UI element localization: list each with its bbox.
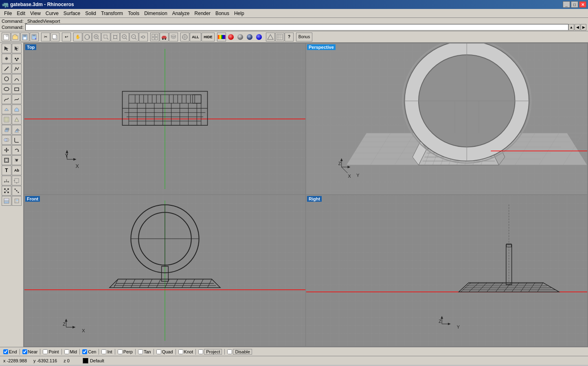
tb-snap[interactable]	[180, 33, 189, 41]
tb-open[interactable]	[11, 33, 20, 41]
snap-perp[interactable]: Perp	[116, 349, 134, 354]
viewport-front[interactable]: Front	[24, 195, 305, 346]
sb-point2[interactable]	[12, 54, 22, 63]
sb-ellipse[interactable]	[2, 84, 11, 94]
tb-mesh[interactable]	[275, 33, 284, 41]
snap-quad-check[interactable]	[156, 349, 161, 354]
menu-tools[interactable]: Tools	[125, 10, 142, 17]
menu-curve[interactable]: Curve	[43, 10, 61, 17]
snap-int[interactable]: Int	[100, 349, 114, 354]
menu-surface[interactable]: Surface	[61, 10, 83, 17]
snap-perp-check[interactable]	[118, 349, 123, 354]
viewport-perspective[interactable]: Perspective	[306, 44, 587, 194]
tb-car[interactable]	[160, 33, 169, 41]
sb-mesh2[interactable]	[12, 115, 22, 124]
snap-int-check[interactable]	[101, 349, 106, 354]
menu-analyze[interactable]: Analyze	[170, 10, 192, 17]
tb-zoom-window[interactable]	[101, 33, 110, 41]
menu-help[interactable]: Help	[232, 10, 247, 17]
sb-fillet[interactable]	[12, 135, 22, 145]
tb-undo[interactable]: ↩	[62, 33, 71, 41]
minimize-button[interactable]: _	[563, 1, 570, 8]
cmd-scroll-right[interactable]: ▶	[581, 24, 586, 30]
snap-end-check[interactable]	[3, 349, 8, 354]
cmd-scroll-left[interactable]: ◀	[575, 24, 580, 30]
viewport-right[interactable]: Right	[306, 195, 587, 346]
tb-help[interactable]: ?	[285, 33, 294, 41]
tb-all[interactable]: ALL	[190, 33, 201, 41]
snap-mid[interactable]: Mid	[63, 349, 79, 354]
snap-cen[interactable]: Cen	[81, 349, 98, 354]
sb-select-window[interactable]	[12, 44, 22, 53]
sb-mirror[interactable]	[12, 155, 22, 165]
sb-move[interactable]	[2, 145, 11, 155]
menu-solid[interactable]: Solid	[83, 10, 99, 17]
tb-bonus[interactable]: Bonus	[296, 33, 312, 41]
tb-undo-view[interactable]	[139, 33, 148, 41]
tb-copy[interactable]	[50, 33, 59, 41]
snap-project-check[interactable]	[198, 349, 203, 354]
snap-project[interactable]: Project	[197, 349, 224, 355]
tb-layers[interactable]	[169, 33, 178, 41]
command-input[interactable]	[25, 24, 568, 30]
snap-point-check[interactable]	[43, 349, 48, 354]
sb-circle[interactable]	[2, 74, 11, 84]
sb-polyline[interactable]	[12, 64, 22, 74]
tb-saveas[interactable]: +	[30, 33, 39, 41]
close-button[interactable]: ✕	[579, 1, 586, 8]
snap-tan-check[interactable]	[138, 349, 143, 354]
snap-knot[interactable]: Knot	[177, 349, 195, 354]
viewport-top[interactable]: Top	[24, 44, 305, 194]
sb-array2[interactable]	[12, 186, 22, 196]
menu-view[interactable]: View	[28, 10, 43, 17]
sb-surface2[interactable]	[12, 105, 22, 114]
tb-hide[interactable]: HIDE	[202, 33, 215, 41]
menu-bonus[interactable]: Bonus	[213, 10, 232, 17]
sb-text[interactable]: T	[2, 166, 11, 175]
snap-quad[interactable]: Quad	[155, 349, 175, 354]
sb-layer[interactable]	[2, 196, 11, 206]
snap-knot-check[interactable]	[178, 349, 183, 354]
tb-save[interactable]	[20, 33, 29, 41]
snap-tan[interactable]: Tan	[136, 349, 153, 354]
sb-extrude2[interactable]	[12, 125, 22, 135]
sb-mesh[interactable]	[2, 115, 11, 124]
sb-text2[interactable]: Ab	[12, 166, 22, 175]
snap-near-check[interactable]	[22, 349, 27, 354]
menu-dimension[interactable]: Dimension	[142, 10, 170, 17]
tb-zoom-dynamic[interactable]	[92, 33, 101, 41]
sb-dim[interactable]	[2, 176, 11, 185]
snap-point[interactable]: Point	[41, 349, 60, 354]
tb-new[interactable]	[2, 33, 11, 41]
menu-render[interactable]: Render	[192, 10, 213, 17]
sb-dim2[interactable]	[12, 176, 22, 185]
sb-freeform2[interactable]	[12, 94, 22, 104]
sb-surface[interactable]	[2, 105, 11, 114]
menu-file[interactable]: File	[2, 10, 14, 17]
tb-triangle[interactable]	[266, 33, 275, 41]
sb-array[interactable]	[2, 186, 11, 196]
tb-pan[interactable]: ✋	[73, 33, 82, 41]
tb-zoom-extents[interactable]	[111, 33, 120, 41]
snap-cen-check[interactable]	[82, 349, 87, 354]
sb-layer2[interactable]	[12, 196, 22, 206]
sb-arc[interactable]	[12, 74, 22, 84]
tb-rotate[interactable]	[83, 33, 92, 41]
sb-point[interactable]	[2, 54, 11, 63]
menu-transform[interactable]: Transform	[99, 10, 125, 17]
sb-rotate[interactable]	[12, 145, 22, 155]
tb-dark-ball[interactable]	[245, 33, 254, 41]
maximize-button[interactable]: □	[571, 1, 578, 8]
menu-edit[interactable]: Edit	[14, 10, 28, 17]
snap-disable[interactable]: Disable	[226, 349, 254, 355]
sb-freeform[interactable]	[2, 94, 11, 104]
tb-cut[interactable]: ✂	[41, 33, 50, 41]
tb-zoom-in[interactable]	[120, 33, 129, 41]
tb-zoom-out[interactable]	[129, 33, 138, 41]
sb-scale[interactable]	[2, 155, 11, 165]
snap-near[interactable]: Near	[21, 349, 39, 354]
sb-boolean[interactable]	[2, 135, 11, 145]
tb-red-ball[interactable]	[226, 33, 235, 41]
tb-gray-ball[interactable]	[236, 33, 245, 41]
title-bar-controls[interactable]: _ □ ✕	[563, 1, 586, 8]
